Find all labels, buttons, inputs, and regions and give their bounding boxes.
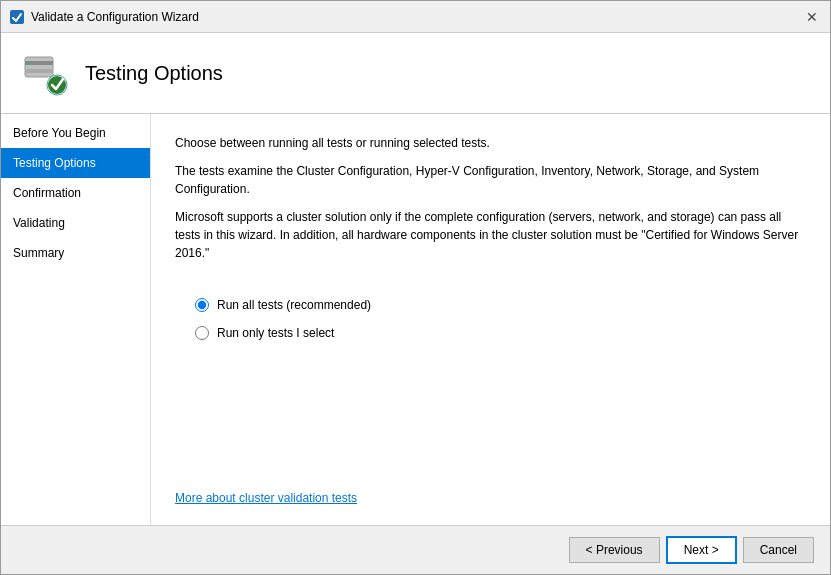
title-bar-text: Validate a Configuration Wizard: [31, 10, 796, 24]
content-area: Testing Options Before You Begin Testing…: [1, 33, 830, 525]
svg-rect-0: [10, 10, 24, 24]
cluster-validation-link[interactable]: More about cluster validation tests: [175, 491, 357, 505]
wizard-window: Validate a Configuration Wizard ✕ Testin…: [0, 0, 831, 575]
sidebar: Before You Begin Testing Options Confirm…: [1, 114, 151, 525]
radio-run-all-input[interactable]: [195, 298, 209, 312]
panel-intro-text: Choose between running all tests or runn…: [175, 134, 806, 152]
radio-run-selected-label: Run only tests I select: [217, 326, 334, 340]
footer: < Previous Next > Cancel: [1, 525, 830, 574]
svg-rect-3: [27, 63, 31, 65]
sidebar-item-validating[interactable]: Validating: [1, 208, 150, 238]
title-bar: Validate a Configuration Wizard ✕: [1, 1, 830, 33]
sidebar-item-summary[interactable]: Summary: [1, 238, 150, 268]
svg-rect-1: [25, 57, 53, 77]
main-area: Before You Begin Testing Options Confirm…: [1, 114, 830, 525]
radio-group: Run all tests (recommended) Run only tes…: [195, 298, 806, 340]
link-area: More about cluster validation tests: [175, 471, 806, 505]
radio-run-all-label: Run all tests (recommended): [217, 298, 371, 312]
sidebar-item-before-you-begin[interactable]: Before You Begin: [1, 118, 150, 148]
next-button[interactable]: Next >: [666, 536, 737, 564]
header-section: Testing Options: [1, 33, 830, 114]
svg-rect-4: [25, 69, 53, 73]
sidebar-item-testing-options[interactable]: Testing Options: [1, 148, 150, 178]
main-panel: Choose between running all tests or runn…: [151, 114, 830, 525]
wizard-titlebar-icon: [9, 9, 25, 25]
sidebar-item-confirmation[interactable]: Confirmation: [1, 178, 150, 208]
radio-run-selected[interactable]: Run only tests I select: [195, 326, 806, 340]
previous-button[interactable]: < Previous: [569, 537, 660, 563]
radio-run-all[interactable]: Run all tests (recommended): [195, 298, 806, 312]
panel-description-text: The tests examine the Cluster Configurat…: [175, 162, 806, 198]
cancel-button[interactable]: Cancel: [743, 537, 814, 563]
header-title: Testing Options: [85, 62, 223, 85]
close-button[interactable]: ✕: [802, 7, 822, 27]
header-icon: [21, 49, 69, 97]
radio-run-selected-input[interactable]: [195, 326, 209, 340]
panel-warning-text: Microsoft supports a cluster solution on…: [175, 208, 806, 262]
